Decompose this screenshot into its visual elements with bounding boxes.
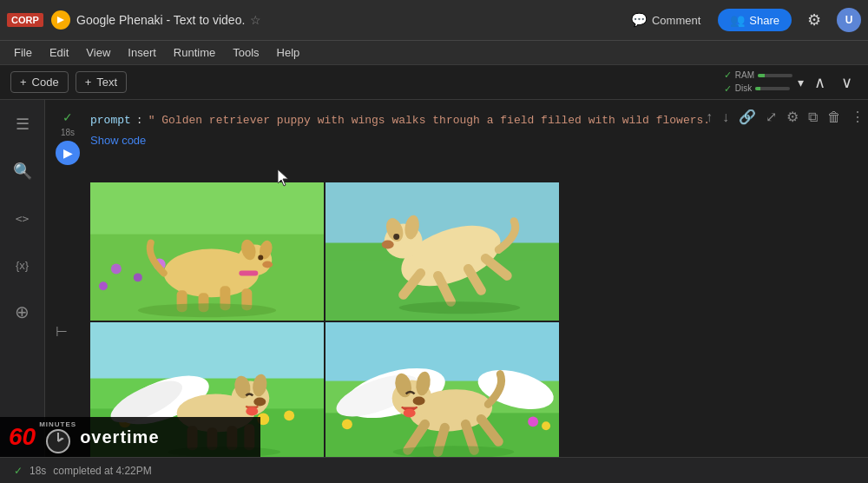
comment-icon: 💬 bbox=[631, 12, 648, 28]
svg-point-4 bbox=[134, 273, 142, 281]
ram-bar bbox=[758, 74, 792, 77]
add-code-button[interactable]: + Code bbox=[10, 71, 69, 93]
toolbar: + Code + Text ✓ RAM ✓ Disk ▾ ∧ bbox=[0, 65, 868, 100]
text-label: Text bbox=[96, 76, 117, 89]
menu-edit[interactable]: Edit bbox=[43, 44, 76, 61]
svg-point-46 bbox=[246, 407, 258, 415]
disk-bar bbox=[755, 87, 790, 90]
menu-help[interactable]: Help bbox=[270, 44, 307, 61]
svg-rect-54 bbox=[326, 322, 559, 381]
comment-button[interactable]: 💬 Comment bbox=[624, 9, 707, 31]
notebook-content: ✓ 18s ▶ ↑ ↓ 🔗 ⤢ ⚙ ⧉ 🗑 ⋮ bbox=[45, 100, 868, 457]
cell-down-button[interactable]: ↓ bbox=[719, 108, 733, 127]
cell-up-button[interactable]: ↑ bbox=[702, 108, 716, 127]
ram-check: ✓ bbox=[724, 69, 732, 82]
sixty-minutes-overlay: 60 MINUTES overtime bbox=[0, 417, 260, 457]
menu-runtime[interactable]: Runtime bbox=[167, 44, 222, 61]
cell-settings-button[interactable]: ⚙ bbox=[783, 107, 802, 127]
cell-link-button[interactable]: 🔗 bbox=[735, 107, 760, 127]
cell-copy-button[interactable]: ⧉ bbox=[805, 108, 821, 127]
menu-bar: File Edit View Insert Runtime Tools Help bbox=[0, 41, 868, 65]
dropdown-arrow[interactable]: ▾ bbox=[798, 76, 804, 89]
cell-expand-left-icon[interactable]: ⊢ bbox=[56, 323, 68, 340]
cell-action-toolbar: ↑ ↓ 🔗 ⤢ ⚙ ⧉ 🗑 ⋮ bbox=[702, 107, 868, 127]
collapse-button[interactable]: ∧ bbox=[809, 71, 831, 94]
code-label: Code bbox=[32, 76, 59, 89]
sidebar-code[interactable]: <> bbox=[7, 202, 38, 234]
sidebar-add-cell[interactable]: ⊕ bbox=[7, 296, 38, 328]
star-icon[interactable]: ☆ bbox=[250, 13, 261, 27]
clock-icon bbox=[46, 429, 70, 453]
svg-rect-2 bbox=[90, 182, 324, 235]
sidebar-search[interactable]: 🔍 bbox=[7, 155, 38, 187]
video-frame-1 bbox=[90, 182, 324, 321]
svg-point-12 bbox=[258, 255, 263, 260]
disk-label: Disk bbox=[735, 83, 752, 95]
image-grid-container: ⊢ bbox=[90, 182, 868, 457]
top-bar: CORP Google Phenaki - Text to video. ☆ 💬… bbox=[0, 0, 868, 41]
share-icon: 👥 bbox=[730, 13, 745, 27]
expand-button[interactable]: ∨ bbox=[836, 71, 858, 94]
dog-illustration-1 bbox=[90, 182, 324, 321]
share-label: Share bbox=[749, 14, 779, 27]
settings-button[interactable]: ⚙ bbox=[802, 7, 826, 33]
plus-text-icon: + bbox=[85, 76, 92, 89]
svg-rect-34 bbox=[90, 322, 324, 379]
status-time: 18s bbox=[30, 465, 46, 477]
sidebar-variables[interactable]: {x} bbox=[7, 249, 38, 281]
svg-rect-17 bbox=[239, 270, 258, 275]
cell-time: 18s bbox=[61, 128, 75, 137]
video-frame-2 bbox=[326, 182, 559, 321]
avatar-initials: U bbox=[845, 14, 853, 26]
menu-file[interactable]: File bbox=[7, 44, 39, 61]
corp-badge: CORP bbox=[7, 13, 43, 27]
cell-area: ✓ 18s ▶ ↑ ↓ 🔗 ⤢ ⚙ ⧉ 🗑 ⋮ bbox=[45, 100, 868, 172]
cell-more-button[interactable]: ⋮ bbox=[847, 107, 868, 127]
left-sidebar: ☰ 🔍 <> {x} ⊕ bbox=[0, 100, 45, 457]
colab-icon bbox=[50, 10, 71, 30]
plus-code-icon: + bbox=[20, 76, 27, 89]
svg-point-27 bbox=[393, 234, 399, 240]
sixty-minutes-label: MINUTES bbox=[39, 420, 76, 429]
sidebar-menu[interactable]: ☰ bbox=[7, 109, 38, 140]
window-title: Google Phenaki - Text to video. bbox=[76, 13, 245, 27]
menu-insert[interactable]: Insert bbox=[121, 44, 163, 61]
toolbar-right: ✓ RAM ✓ Disk ▾ ∧ ∨ bbox=[724, 69, 858, 96]
title-section: Google Phenaki - Text to video. ☆ bbox=[50, 10, 624, 30]
status-message: completed at 4:22PM bbox=[53, 465, 151, 477]
svg-point-18 bbox=[138, 303, 276, 317]
dog-illustration-4 bbox=[326, 322, 559, 457]
run-button[interactable]: ▶ bbox=[56, 141, 80, 165]
show-code-link[interactable]: Show code bbox=[90, 130, 146, 150]
cell-body: ↑ ↓ 🔗 ⤢ ⚙ ⧉ 🗑 ⋮ prompt : " Golden retrie… bbox=[90, 107, 868, 165]
svg-point-67 bbox=[413, 396, 425, 405]
svg-point-66 bbox=[404, 408, 416, 417]
disk-check: ✓ bbox=[724, 83, 732, 96]
menu-tools[interactable]: Tools bbox=[226, 44, 266, 61]
status-bar: ✓ 18s completed at 4:22PM bbox=[0, 457, 868, 483]
prompt-value: " Golden retriever puppy with wings walk… bbox=[148, 114, 711, 127]
menu-view[interactable]: View bbox=[79, 44, 117, 61]
ram-label: RAM bbox=[735, 69, 754, 82]
svg-point-58 bbox=[542, 421, 550, 430]
image-grid bbox=[90, 182, 559, 457]
dog-illustration-2 bbox=[326, 182, 559, 321]
avatar[interactable]: U bbox=[837, 8, 861, 32]
prompt-key: prompt bbox=[90, 114, 131, 127]
svg-point-32 bbox=[399, 301, 520, 314]
sixty-minutes-logo: 60 MINUTES overtime bbox=[9, 420, 160, 453]
ram-disk-indicator: ✓ RAM ✓ Disk bbox=[724, 69, 792, 96]
cell-check-icon: ✓ bbox=[62, 110, 73, 124]
cell-delete-button[interactable]: 🗑 bbox=[824, 108, 845, 127]
status-check-icon: ✓ bbox=[14, 465, 23, 477]
main-content: ☰ 🔍 <> {x} ⊕ ✓ 18s ▶ ↑ bbox=[0, 100, 868, 457]
svg-point-56 bbox=[342, 419, 352, 429]
cell-expand-button[interactable]: ⤢ bbox=[762, 107, 780, 127]
add-text-button[interactable]: + Text bbox=[76, 71, 127, 93]
svg-point-57 bbox=[528, 416, 538, 427]
share-button[interactable]: 👥 Share bbox=[718, 9, 792, 31]
overtime-label: overtime bbox=[80, 427, 159, 447]
video-frame-4 bbox=[326, 322, 559, 457]
cell-controls: ✓ 18s ▶ bbox=[45, 107, 90, 165]
svg-point-6 bbox=[99, 281, 108, 290]
